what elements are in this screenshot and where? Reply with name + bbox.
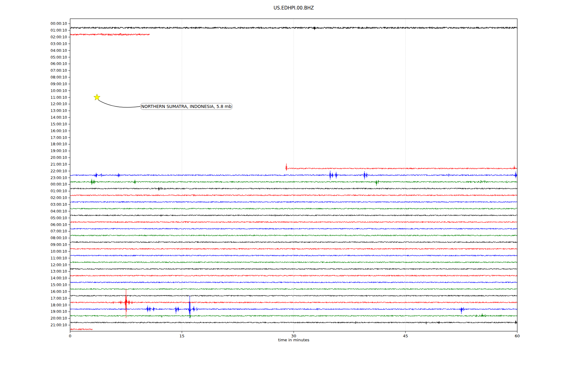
- y-tick-label: 06:00:10: [51, 62, 67, 66]
- y-tick-label: 04:00:10: [51, 209, 67, 213]
- helicorder-plot: 00:00:1001:00:1002:00:1003:00:1004:00:10…: [0, 0, 588, 368]
- y-tick-label: 19:00:10: [51, 149, 67, 153]
- x-tick-label: 60: [515, 334, 520, 338]
- y-tick-label: 10:00:10: [51, 249, 67, 254]
- y-tick-label: 13:00:10: [51, 109, 67, 113]
- trace-row-34: [70, 255, 517, 256]
- y-tick-label: 05:00:10: [51, 216, 67, 220]
- trace-row-37: [70, 275, 517, 276]
- y-tick-label: 07:00:10: [51, 229, 67, 233]
- trace-row-45: [70, 329, 92, 330]
- y-tick-label: 23:00:10: [51, 176, 67, 180]
- y-tick-label: 22:00:10: [51, 169, 67, 173]
- y-tick-label: 08:00:10: [51, 75, 67, 79]
- y-tick-label: 09:00:10: [51, 243, 67, 247]
- trace-row-25: [70, 194, 517, 196]
- x-tick-label: 30: [291, 334, 296, 338]
- y-tick-label: 12:00:10: [51, 102, 67, 106]
- trace-row-1: [70, 34, 150, 36]
- y-tick-label: 02:00:10: [51, 196, 67, 200]
- y-tick-label: 21:00:10: [51, 323, 67, 327]
- y-tick-label: 01:00:10: [51, 189, 67, 193]
- y-tick-label: 02:00:10: [51, 35, 67, 39]
- y-tick-label: 19:00:10: [51, 309, 67, 314]
- y-tick-label: 14:00:10: [51, 115, 67, 120]
- trace-row-31: [70, 235, 517, 236]
- y-tick-label: 11:00:10: [51, 95, 67, 100]
- x-tick-label: 45: [403, 334, 408, 338]
- trace-row-27: [70, 208, 517, 209]
- trace-row-39: [70, 289, 517, 289]
- y-tick-label: 14:00:10: [51, 276, 67, 280]
- y-tick-label: 06:00:10: [51, 223, 67, 227]
- y-tick-label: 15:00:10: [51, 283, 67, 287]
- y-tick-label: 08:00:10: [51, 236, 67, 240]
- y-tick-label: 15:00:10: [51, 122, 67, 126]
- y-tick-label: 03:00:10: [51, 42, 67, 46]
- y-tick-label: 10:00:10: [51, 89, 67, 93]
- annotation-connector-line: [99, 100, 140, 108]
- event-annotation-label: NORTHERN SUMATRA, INDONESIA, 5.8 mb: [140, 103, 232, 110]
- y-tick-label: 09:00:10: [51, 82, 67, 86]
- trace-row-44: [70, 320, 517, 324]
- x-tick-label: 15: [179, 334, 185, 338]
- trace-row-43: [70, 313, 517, 318]
- y-tick-label: 00:00:10: [51, 182, 67, 186]
- y-tick-label: 13:00:10: [51, 269, 67, 274]
- y-tick-label: 16:00:10: [51, 129, 67, 133]
- y-tick-label: 00:00:10: [51, 21, 67, 26]
- trace-row-26: [70, 201, 517, 202]
- y-tick-label: 07:00:10: [51, 68, 67, 73]
- y-tick-label: 20:00:10: [51, 155, 67, 160]
- y-tick-label: 11:00:10: [51, 256, 67, 260]
- event-star-marker: [94, 94, 100, 100]
- y-tick-label: 12:00:10: [51, 263, 67, 267]
- y-tick-label: 21:00:10: [51, 162, 67, 167]
- trace-row-21: [285, 163, 517, 171]
- trace-row-30: [70, 228, 517, 229]
- y-tick-label: 17:00:10: [51, 136, 67, 140]
- trace-row-22: [70, 171, 517, 180]
- y-tick-label: 01:00:10: [51, 28, 67, 33]
- y-tick-label: 20:00:10: [51, 316, 67, 320]
- y-tick-label: 03:00:10: [51, 202, 67, 207]
- trace-row-0: [70, 27, 517, 30]
- y-tick-label: 05:00:10: [51, 55, 67, 59]
- trace-row-28: [70, 214, 517, 217]
- trace-row-29: [70, 221, 517, 223]
- y-tick-label: 18:00:10: [51, 142, 67, 146]
- trace-row-36: [70, 268, 517, 269]
- x-tick-label: 0: [69, 334, 71, 338]
- seismogram-figure: US.EDHPI.00.BHZ 00:00:1001:00:1002:00:10…: [0, 0, 588, 368]
- y-tick-label: 17:00:10: [51, 296, 67, 301]
- y-tick-label: 04:00:10: [51, 48, 67, 53]
- y-tick-label: 16:00:10: [51, 289, 67, 294]
- y-tick-label: 18:00:10: [51, 303, 67, 307]
